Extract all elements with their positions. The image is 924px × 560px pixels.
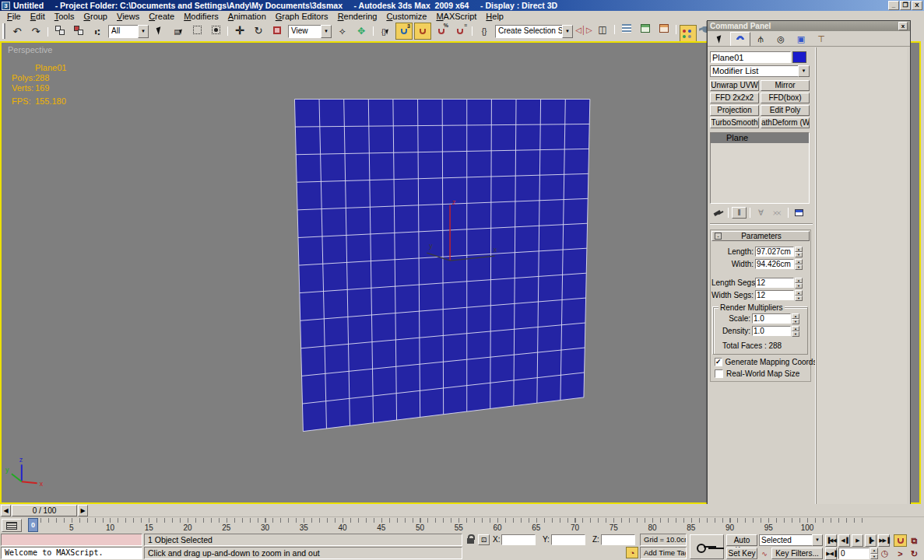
mirror-icon[interactable]: ◁│▷	[575, 22, 592, 39]
zoom-icon[interactable]	[894, 534, 907, 547]
command-panel-titlebar[interactable]: Command Panel x	[708, 21, 910, 31]
minimize-button[interactable]: _	[888, 1, 899, 10]
generate-mapping-coords-checkbox[interactable]: ✓	[715, 358, 722, 366]
tab-display[interactable]: ▣	[791, 32, 811, 46]
communicator-icon[interactable]: ◔	[626, 547, 638, 558]
bind-to-space-warp-icon[interactable]: ⑆	[89, 23, 106, 40]
density-spinner[interactable]: ▲▼	[792, 326, 799, 336]
zoom-all-icon[interactable]: ⧉	[908, 534, 921, 547]
length-segs-field[interactable]: 12	[755, 278, 794, 288]
pin-stack-icon[interactable]	[710, 207, 725, 219]
menu-group[interactable]: Group	[79, 12, 112, 21]
menu-rendering[interactable]: Rendering	[333, 12, 382, 21]
object-name-field[interactable]: Plane01	[710, 51, 791, 63]
next-frame-arrow[interactable]: ▶	[78, 505, 88, 516]
x-coord-field[interactable]	[501, 534, 536, 545]
arc-rotate-icon[interactable]: ↻	[908, 548, 921, 560]
chevron-down-icon[interactable]: ▼	[812, 534, 823, 546]
rect-selection-region-icon[interactable]	[188, 22, 206, 39]
modifier-stack-list[interactable]: Plane	[710, 132, 810, 204]
modifier-button-turbosmooth[interactable]: TurboSmooth	[710, 117, 759, 128]
time-configuration-icon[interactable]: ◷	[879, 548, 891, 559]
named-selection-sets-dropdown[interactable]: Create Selection Set▼	[495, 25, 573, 38]
schematic-view-icon[interactable]	[655, 20, 673, 37]
add-time-tag[interactable]: Add Time Tag	[640, 547, 687, 559]
keyboard-override-toggle-icon[interactable]: {}	[377, 23, 394, 40]
absolute-offset-toggle-icon[interactable]: ⊡	[478, 534, 490, 545]
select-and-scale-icon[interactable]	[269, 22, 286, 39]
key-mode-toggle[interactable]: ▶◀▐	[825, 548, 837, 560]
maxscript-listener-pane[interactable]: Welcome to MAXScript.	[1, 547, 142, 559]
configure-modifier-sets-icon[interactable]	[792, 207, 806, 219]
select-and-link-icon[interactable]	[51, 22, 69, 39]
layer-manager-icon[interactable]	[618, 20, 635, 37]
tab-utilities[interactable]: ⊤	[811, 32, 831, 46]
tab-create[interactable]	[710, 32, 730, 46]
unlink-selection-icon[interactable]	[70, 22, 87, 39]
z-coord-field[interactable]	[601, 534, 635, 545]
go-to-start-button[interactable]: ▐◀◀	[825, 534, 837, 547]
length-spinner[interactable]: ▲▼	[795, 247, 803, 257]
toolbar-grip[interactable]	[2, 23, 5, 39]
modifier-button-ffd-2x2x2[interactable]: FFD 2x2x2	[710, 93, 759, 103]
remove-modifier-icon[interactable]: 🝪	[770, 207, 785, 219]
tab-hierarchy[interactable]: ⫛	[750, 32, 771, 46]
menu-customize[interactable]: Customize	[381, 12, 431, 21]
percent-snap-toggle-icon[interactable]: %	[433, 23, 450, 40]
modifier-button-unwrap-uvw[interactable]: Unwrap UVW	[710, 80, 759, 91]
select-and-rotate-icon[interactable]: ↻	[250, 23, 267, 40]
redo-icon[interactable]: ↷	[27, 23, 44, 40]
menu-modifiers[interactable]: Modifiers	[179, 12, 223, 21]
select-and-move-icon[interactable]: ✛	[231, 22, 248, 39]
track-bar[interactable]: 0510152025303540455055606570758085909510…	[0, 518, 924, 534]
align-icon[interactable]: ◫	[594, 21, 611, 38]
set-keys-button[interactable]	[690, 534, 724, 559]
collapse-icon[interactable]: -	[715, 233, 722, 240]
snaps-toggle-3d-icon[interactable]: 3	[395, 23, 413, 40]
chevron-down-icon[interactable]: ▼	[321, 25, 332, 38]
modifier-button-projection[interactable]: Projection	[710, 105, 759, 116]
tab-modify[interactable]	[730, 32, 750, 46]
scale-spinner[interactable]: ▲▼	[792, 313, 799, 324]
current-frame-marker[interactable]: 0	[28, 518, 38, 532]
width-field[interactable]: 94.426cm	[755, 259, 794, 269]
material-editor-icon[interactable]	[680, 25, 697, 42]
length-segs-spinner[interactable]: ▲▼	[795, 278, 803, 288]
menu-animation[interactable]: Animation	[223, 12, 271, 21]
use-pivot-point-icon[interactable]: ⟡	[334, 23, 351, 40]
density-field[interactable]: 1.0	[752, 326, 791, 336]
menu-file[interactable]: File	[2, 12, 26, 21]
select-and-manipulate-icon[interactable]: ✥	[353, 23, 370, 40]
select-object-icon[interactable]	[151, 23, 168, 40]
open-mini-curve-editor-button[interactable]	[2, 519, 22, 532]
next-frame-button[interactable]: ▐▶	[865, 534, 877, 547]
set-key-button[interactable]: Set Key	[726, 548, 757, 559]
selection-set-dropdown[interactable]: Selected ▼	[759, 534, 823, 546]
field-of-view-icon[interactable]: >	[894, 548, 907, 560]
stack-item-plane[interactable]: Plane	[711, 133, 809, 143]
make-unique-icon[interactable]: ∀	[754, 207, 768, 219]
menu-edit[interactable]: Edit	[26, 12, 50, 21]
viewport-label[interactable]: Perspective	[8, 45, 52, 54]
previous-frame-button[interactable]: ◀▐	[838, 534, 850, 547]
modifier-button-athdeform-ws[interactable]: athDeform (WS	[761, 117, 810, 128]
selection-filter-dropdown[interactable]: All▼	[108, 25, 149, 38]
close-button[interactable]: X	[912, 1, 922, 10]
select-by-name-icon[interactable]: ▤	[170, 23, 187, 40]
chevron-down-icon[interactable]: ▼	[138, 25, 149, 38]
scale-field[interactable]: 1.0	[752, 313, 791, 324]
object-color-swatch[interactable]	[792, 51, 806, 63]
tab-motion[interactable]: ◎	[771, 32, 791, 46]
go-to-end-button[interactable]: ▶▶▐	[878, 534, 890, 547]
modifier-button-edit-poly[interactable]: Edit Poly	[761, 105, 810, 116]
frame-spinner[interactable]: ▲▼	[870, 548, 878, 559]
time-slider-track[interactable]: ◀ 0 / 100 ▶	[0, 505, 924, 517]
time-slider-handle[interactable]: 0 / 100	[12, 505, 77, 516]
real-world-map-size-checkbox[interactable]	[715, 369, 723, 378]
edit-named-selection-sets-icon[interactable]: {}	[476, 23, 493, 40]
width-spinner[interactable]: ▲▼	[795, 259, 803, 269]
menu-help[interactable]: Help	[481, 12, 508, 21]
key-filters-button[interactable]: Key Filters...	[771, 548, 823, 559]
y-coord-field[interactable]	[551, 534, 585, 545]
modifier-button-mirror[interactable]: Mirror	[761, 80, 810, 91]
